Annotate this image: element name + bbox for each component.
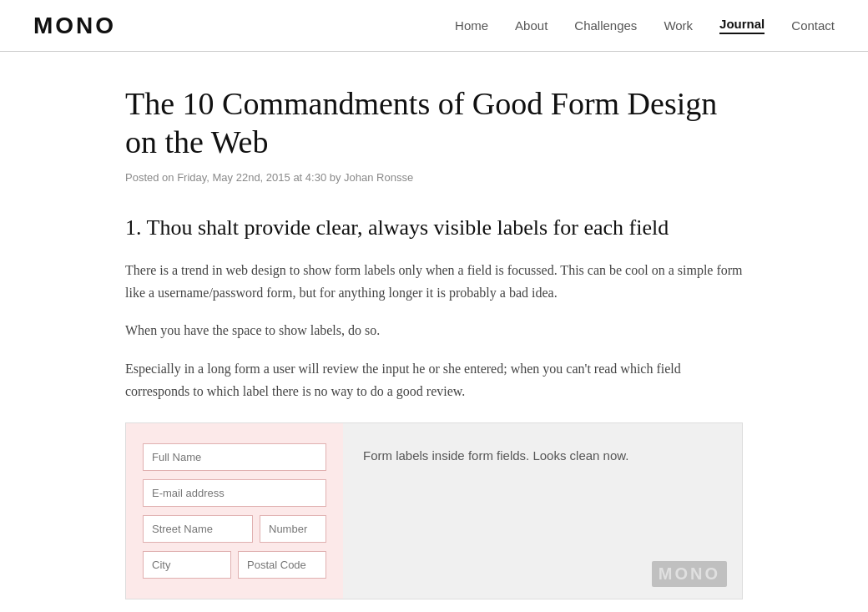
nav-contact[interactable]: Contact — [791, 18, 835, 33]
demo-form-panel — [126, 423, 343, 599]
nav-challenges[interactable]: Challenges — [574, 18, 637, 33]
main-content: The 10 Commandments of Good Form Design … — [0, 52, 868, 612]
site-header: MONO Home About Challenges Work Journal … — [0, 0, 868, 52]
main-nav: Home About Challenges Work Journal Conta… — [455, 17, 835, 34]
demo-input-postal[interactable] — [238, 551, 326, 579]
demo-input-number[interactable] — [260, 515, 326, 543]
article-title: The 10 Commandments of Good Form Design … — [125, 85, 743, 161]
demo-label-panel: Form labels inside form fields. Looks cl… — [343, 423, 742, 599]
demo-input-fullname[interactable] — [143, 443, 326, 471]
article-meta: Posted on Friday, May 22nd, 2015 at 4:30… — [125, 171, 743, 184]
nav-about[interactable]: About — [515, 18, 548, 33]
demo-input-street[interactable] — [143, 515, 253, 543]
demo-input-email[interactable] — [143, 479, 326, 507]
demo-watermark: MONO — [652, 561, 727, 587]
section-heading-1: 1. Thou shalt provide clear, always visi… — [125, 214, 743, 242]
demo-container: Form labels inside form fields. Looks cl… — [125, 422, 743, 599]
article-content: The 10 Commandments of Good Form Design … — [108, 52, 760, 612]
demo-form-row-city — [143, 551, 326, 579]
article-para-1: There is a trend in web design to show f… — [125, 259, 743, 304]
site-logo: MONO — [33, 13, 116, 39]
demo-form-row-street — [143, 515, 326, 543]
article-para-3: Especially in a long form a user will re… — [125, 357, 743, 402]
demo-input-city[interactable] — [143, 551, 231, 579]
nav-home[interactable]: Home — [455, 18, 488, 33]
article-para-2: When you have the space to show labels, … — [125, 319, 743, 341]
nav-work[interactable]: Work — [664, 18, 693, 33]
nav-journal[interactable]: Journal — [719, 17, 765, 34]
demo-label-text: Form labels inside form fields. Looks cl… — [363, 447, 722, 466]
article-body: 1. Thou shalt provide clear, always visi… — [125, 214, 743, 599]
